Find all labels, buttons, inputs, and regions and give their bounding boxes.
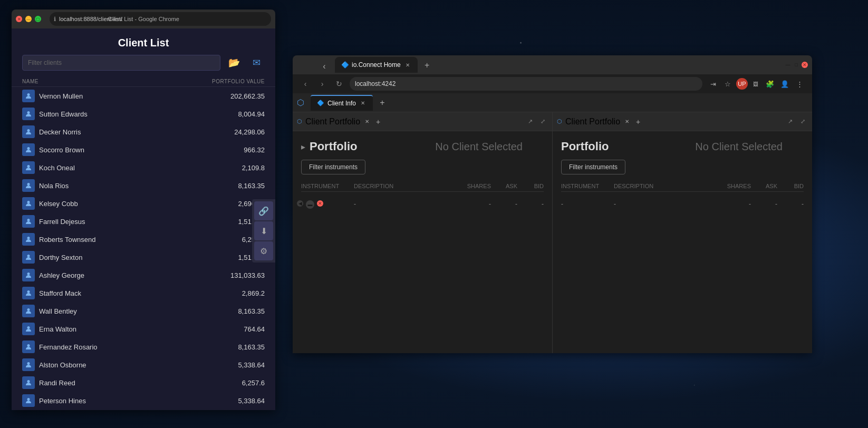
portfolio-tab-close-right[interactable]: ✕ — [623, 118, 631, 125]
back-nav-btn[interactable]: ‹ — [299, 77, 312, 90]
svg-point-35 — [27, 398, 30, 401]
svg-point-13 — [27, 201, 30, 203]
client-portfolio-value: 8,163.35 — [212, 343, 265, 351]
client-avatar — [22, 323, 35, 335]
forward-nav-btn[interactable]: › — [316, 77, 329, 90]
panel-popout-right[interactable]: ↗ — [785, 116, 795, 127]
client-name: Ashley George — [39, 271, 208, 279]
panel-expand-left[interactable]: ⤢ — [537, 116, 548, 127]
client-row[interactable]: Kelsey Cobb 2,696.64 — [12, 194, 275, 212]
maximize-button[interactable]: ▢ — [35, 16, 41, 22]
svg-point-11 — [27, 183, 30, 186]
filter-btn-right[interactable]: Filter instruments — [561, 160, 625, 174]
ext-icon-2[interactable]: 🖼 — [750, 78, 761, 90]
client-row[interactable]: Fernandez Rosario 8,163.35 — [12, 338, 275, 356]
filter-instruments-btn-right[interactable]: Filter instruments — [561, 160, 804, 174]
client-row[interactable]: Randi Reed 6,257.6 — [12, 374, 275, 392]
col-ask-left: ASK — [491, 183, 517, 189]
client-row[interactable]: Wall Bentley 8,163.35 — [12, 302, 275, 320]
svg-point-3 — [27, 111, 30, 114]
bookmark-icon[interactable]: ☆ — [721, 77, 734, 90]
portfolio-title-right: Portfolio — [561, 140, 609, 153]
svg-point-33 — [27, 380, 30, 383]
client-name: Nola Rios — [39, 182, 208, 190]
portfolio-tab-left: ⬡ Client Portfolio ✕ — [297, 117, 371, 127]
more-menu-btn[interactable]: ⋮ — [793, 77, 806, 90]
svg-point-1 — [27, 93, 30, 96]
panel-popout-left[interactable]: ↗ — [525, 116, 535, 127]
download-action-button[interactable]: ⬇ — [254, 221, 273, 240]
email-button[interactable]: ✉ — [248, 54, 265, 71]
tab-back-btn[interactable]: ‹ — [318, 60, 331, 73]
ext-icon-4[interactable]: 👤 — [778, 77, 791, 90]
client-row[interactable]: Vernon Mullen 202,662.35 — [12, 87, 275, 105]
io-addressbar: ‹ › ↻ localhost:4242 ⇥ ☆ UP 🖼 🧩 👤 ⋮ — [293, 74, 812, 93]
client-info-tab-close[interactable]: ✕ — [359, 100, 367, 107]
client-row[interactable]: Farrell Dejesus 1,511.64 — [12, 212, 275, 230]
folder-button[interactable]: 📂 — [226, 54, 243, 71]
portfolio-title-left: Portfolio — [310, 140, 357, 153]
client-row[interactable]: Ashley George 131,033.63 — [12, 266, 275, 284]
filter-instruments-btn-left[interactable]: Filter instruments — [301, 160, 544, 174]
portfolio-tab-close-left[interactable]: ✕ — [363, 118, 371, 125]
client-name: Alston Osborne — [39, 361, 208, 369]
client-row[interactable]: Peterson Hines 5,338.64 — [12, 392, 275, 410]
app-new-tab-btn[interactable]: + — [375, 95, 390, 110]
col-description-left: DESCRIPTION — [354, 183, 459, 189]
io-wclose[interactable]: ✕ — [802, 62, 808, 68]
client-row[interactable]: Dorthy Sexton 1,511.64 — [12, 248, 275, 266]
col-bid-right: BID — [777, 183, 804, 189]
client-row[interactable]: Alston Osborne 5,338.64 — [12, 356, 275, 374]
client-row[interactable]: Roberts Townsend 6,257.6 — [12, 230, 275, 248]
svg-point-31 — [27, 362, 30, 365]
close-button[interactable]: ✕ — [16, 16, 22, 22]
svg-point-29 — [27, 344, 30, 347]
client-row[interactable]: Malone Harding 6,257.6 — [12, 410, 275, 410]
client-portfolio-value: 5,338.64 — [212, 397, 265, 405]
svg-point-19 — [27, 255, 30, 257]
client-portfolio-icon-right: ⬡ — [557, 118, 562, 125]
io-prev-btn[interactable]: ◀ — [297, 200, 303, 207]
io-restore[interactable]: □ — [793, 62, 799, 68]
client-row[interactable]: Sutton Edwards 8,004.94 — [12, 105, 275, 123]
client-name: Wall Bentley — [39, 307, 208, 315]
cast-icon[interactable]: ⇥ — [707, 77, 719, 90]
link-action-button[interactable]: 🔗 — [254, 201, 273, 220]
panel-controls-right: ↗ ⤢ — [785, 116, 808, 127]
client-avatar — [22, 161, 35, 174]
io-minimize[interactable]: — — [785, 62, 791, 68]
io-tab-close[interactable]: ✕ — [404, 61, 411, 69]
reload-nav-btn[interactable]: ↻ — [333, 77, 345, 90]
address-box[interactable]: localhost:4242 — [350, 77, 702, 91]
io-close-btn[interactable]: ✕ — [317, 200, 323, 207]
filter-input[interactable] — [22, 55, 220, 71]
client-row[interactable]: Erna Walton 764.64 — [12, 320, 275, 338]
client-row[interactable]: Nola Rios 8,163.35 — [12, 177, 275, 194]
io-expand-btn[interactable]: ▬ — [306, 200, 314, 209]
new-panel-tab-right[interactable]: + — [636, 118, 640, 126]
panel-expand-right[interactable]: ⤢ — [797, 116, 808, 127]
client-row[interactable]: Socorro Brown 966.32 — [12, 141, 275, 159]
client-name: Stafford Mack — [39, 289, 208, 297]
new-tab-button[interactable]: + — [420, 58, 435, 73]
ext-icon-3[interactable]: 🧩 — [764, 77, 776, 90]
new-panel-tab-left[interactable]: + — [376, 118, 380, 126]
ext-icon-1[interactable]: UP — [736, 78, 748, 90]
client-portfolio-icon-left: ⬡ — [297, 118, 302, 125]
client-row[interactable]: Koch Oneal 2,109.8 — [12, 159, 275, 177]
client-row[interactable]: Decker Norris 24,298.06 — [12, 123, 275, 141]
client-avatar — [22, 197, 35, 210]
minimize-button[interactable]: — — [25, 16, 32, 22]
svg-point-21 — [27, 273, 30, 275]
client-row[interactable]: Stafford Mack 2,869.2 — [12, 284, 275, 302]
client-name: Farrell Dejesus — [39, 218, 208, 226]
client-avatar — [22, 394, 35, 407]
col-shares-right: SHARES — [719, 183, 751, 189]
portfolio-panel-left: ⬡ Client Portfolio ✕ + ↗ ⤢ ▸ Po — [293, 112, 553, 353]
settings-action-button[interactable]: ⚙ — [254, 241, 273, 260]
client-info-tab[interactable]: 🔷 Client Info ✕ — [311, 95, 373, 111]
row-ask-right: - — [751, 200, 777, 208]
io-connect-tab[interactable]: 🔷 io.Connect Home ✕ — [335, 57, 418, 73]
svg-point-23 — [27, 290, 30, 293]
filter-btn-left[interactable]: Filter instruments — [301, 160, 365, 174]
